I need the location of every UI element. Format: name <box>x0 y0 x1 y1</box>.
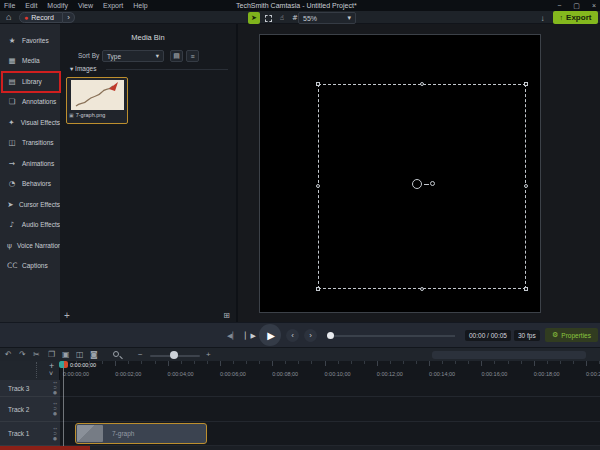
redo-icon[interactable]: ↷ <box>19 350 26 359</box>
rotation-handle[interactable] <box>412 179 422 189</box>
selection-handle-w[interactable] <box>316 184 320 188</box>
record-button[interactable]: ● Record <box>19 12 63 23</box>
home-icon[interactable]: ⌂ <box>6 12 11 22</box>
pan-tool-icon[interactable]: ☝ <box>276 12 288 24</box>
add-media-button[interactable]: + <box>64 310 70 321</box>
list-view-icon[interactable]: ≡ <box>186 50 199 62</box>
ruler-tick <box>416 361 417 364</box>
undo-icon[interactable]: ↶ <box>5 350 12 359</box>
ruler-label: 0:00:02;00 <box>115 371 141 377</box>
media-item-7-graph[interactable]: ▣ 7-graph.png <box>66 77 128 124</box>
track-header-track-3[interactable]: Track 3↔⊃● <box>0 380 60 397</box>
ruler-tick <box>364 361 365 364</box>
track-toggle-icon[interactable]: ● <box>53 391 57 396</box>
marquee-tool-icon[interactable] <box>262 12 274 24</box>
captions-cc-icon: CC <box>7 261 17 270</box>
record-label: Record <box>31 14 54 21</box>
playhead-line[interactable] <box>63 368 64 446</box>
sidebar-item-animations[interactable]: →Animations <box>0 153 60 174</box>
record-options-chevron[interactable]: › <box>63 12 75 23</box>
timeline-horizontal-scrollbar[interactable] <box>432 351 586 359</box>
menu-items: FileEditModifyViewExportHelp <box>4 0 148 11</box>
selection-rectangle[interactable] <box>318 84 526 289</box>
scrubber-track[interactable] <box>331 335 455 337</box>
previous-clip-button[interactable]: ‹ <box>286 329 299 342</box>
menu-export[interactable]: Export <box>103 2 123 9</box>
images-section-header[interactable]: ▾ Images <box>70 65 96 73</box>
sidebar-item-behaviors[interactable]: ◔Behaviors <box>0 174 60 195</box>
sidebar-item-visual-effects[interactable]: ✦Visual Effects <box>0 112 60 133</box>
sidebar-item-cursor-effects[interactable]: ➤Cursor Effects <box>0 194 60 215</box>
timeline-zoom-slider-handle[interactable] <box>170 351 178 359</box>
library-highlight-annotation <box>1 71 61 93</box>
selection-handle-n[interactable] <box>420 82 424 86</box>
menu-view[interactable]: View <box>78 2 93 9</box>
selection-handle-s[interactable] <box>420 287 424 291</box>
section-divider <box>106 69 228 70</box>
timeline-ruler[interactable]: 0:00:00;000:00:02;000:00:04;000:00:06;00… <box>0 361 600 380</box>
grid-view-icon[interactable]: ⊞ <box>223 311 230 320</box>
download-icon[interactable]: ↓ <box>536 12 549 24</box>
sidebar-item-favorites[interactable]: ★Favorites <box>0 30 60 51</box>
sidebar-item-annotations[interactable]: ❏Annotations <box>0 92 60 113</box>
track-toggle-icon[interactable]: ● <box>53 436 57 441</box>
zoom-in-button[interactable]: + <box>206 350 211 359</box>
close-button[interactable]: × <box>592 2 596 9</box>
minimize-button[interactable]: − <box>557 2 561 9</box>
selection-handle-ne[interactable] <box>524 82 528 86</box>
paste-icon[interactable]: ▣ <box>62 350 70 359</box>
selection-handle-nw[interactable] <box>316 82 320 86</box>
canvas-zoom-dropdown[interactable]: 55% ▾ <box>298 12 356 24</box>
clip-thumbnail <box>77 425 103 442</box>
ruler-tick <box>573 361 574 364</box>
star-icon: ★ <box>7 36 17 45</box>
sidebar-item-transitions[interactable]: ◫Transitions <box>0 133 60 154</box>
selection-handle-se[interactable] <box>524 287 528 291</box>
sidebar-item-voice-narration[interactable]: ψVoice Narration <box>0 235 60 256</box>
maximize-button[interactable]: ▢ <box>573 2 580 10</box>
track-header-track-1[interactable]: Track 1↔⊃● <box>0 422 60 446</box>
thumbnail-view-icon[interactable]: ▤ <box>170 50 183 62</box>
scrubber-handle[interactable] <box>327 332 334 339</box>
timeline-clip-7-graph[interactable]: 7-graph <box>75 423 207 444</box>
sort-type-dropdown[interactable]: Type ▾ <box>102 50 164 62</box>
sidebar-item-media[interactable]: ▦Media <box>0 51 60 72</box>
copy-icon[interactable]: ❐ <box>48 350 55 359</box>
next-clip-button[interactable]: › <box>304 329 317 342</box>
rotation-handle-dot[interactable] <box>430 181 435 186</box>
track-header-track-2[interactable]: Track 2↔⊃● <box>0 397 60 422</box>
track-row: Track 1↔⊃●7-graph <box>0 422 600 446</box>
cut-icon[interactable]: ✂ <box>33 350 40 359</box>
playhead-flag[interactable] <box>59 361 68 368</box>
properties-button[interactable]: ⚙ Properties <box>545 328 598 342</box>
menu-modify[interactable]: Modify <box>47 2 68 9</box>
split-icon[interactable]: ◫ <box>76 350 84 359</box>
select-tool-icon[interactable]: ➤ <box>248 12 260 24</box>
clip-label: 7-graph <box>112 430 134 437</box>
ruler-tick <box>442 361 443 364</box>
camera-icon[interactable]: ◙ <box>90 350 98 359</box>
menu-help[interactable]: Help <box>133 2 147 9</box>
playhead-in-flag[interactable] <box>59 361 64 368</box>
step-forward-icon[interactable]: ▏▶ <box>245 332 256 340</box>
ruler-label: 0:00:18;00 <box>534 371 560 377</box>
fps-display: 30 fps <box>514 330 540 341</box>
track-toggle-icon[interactable]: ● <box>53 412 57 417</box>
sidebar-item-audio-effects[interactable]: ♪Audio Effects <box>0 215 60 236</box>
transitions-icon: ◫ <box>7 138 17 147</box>
collapse-tracks-chevron[interactable]: ˅ <box>49 370 53 377</box>
menu-edit[interactable]: Edit <box>25 2 37 9</box>
images-section-label: Images <box>75 65 96 72</box>
export-button[interactable]: ↑ Export <box>553 11 598 24</box>
selection-handle-sw[interactable] <box>316 287 320 291</box>
canvas-stage[interactable] <box>259 34 541 313</box>
topbar: ⌂ ● Record › ➤ ☝ # 55% ▾ ↓ ↑ Export <box>0 11 600 24</box>
zoom-out-button[interactable]: − <box>138 350 143 359</box>
chevron-down-icon: ▾ <box>156 52 159 60</box>
playhead-out-flag[interactable] <box>64 361 69 368</box>
sidebar-item-captions[interactable]: CCCaptions <box>0 256 60 277</box>
play-button[interactable]: ▶ <box>259 324 281 346</box>
menu-file[interactable]: File <box>4 2 15 9</box>
selection-handle-e[interactable] <box>524 184 528 188</box>
step-back-icon[interactable]: ◀▏ <box>227 332 238 340</box>
